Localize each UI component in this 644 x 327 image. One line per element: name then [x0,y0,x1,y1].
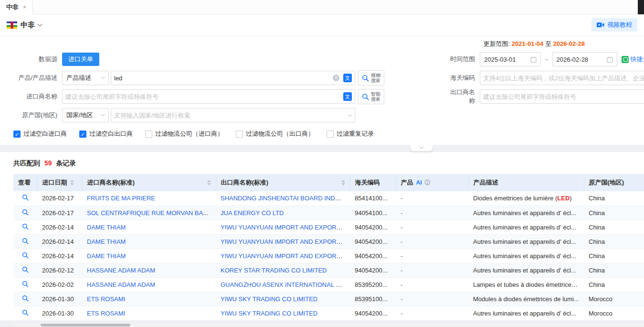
checkbox[interactable]: ✓ [79,131,86,138]
importer-link[interactable]: HASSANE ADAM ADAM [87,267,155,274]
origin-country-input[interactable] [114,109,348,121]
tab-close-icon[interactable]: × [23,4,26,11]
sort-icon[interactable] [70,180,74,185]
view-magnifier-icon[interactable] [22,309,29,316]
exporter-link[interactable]: YIWU SKY TRADING CO LIMITED [221,295,317,303]
exporter-name-input[interactable] [483,90,644,103]
origin-country-label: 原产国(地区) [0,111,62,120]
product-desc-cell: Lampes et tubes à diodes émettrices... [468,277,584,292]
view-cell[interactable] [13,249,37,263]
view-cell[interactable] [13,234,37,249]
importer-link[interactable]: ETS ROSAMI [87,295,125,303]
exporter-link[interactable]: KOREY STAR TRADING CO LIMITED [221,267,327,274]
country-selector[interactable]: 中非 [7,21,42,30]
filter-checkbox-item[interactable]: ✓ 过滤空白出口商 [79,130,133,138]
view-magnifier-icon[interactable] [22,295,29,302]
filter-label: 过滤物流公司（进口商） [155,130,223,138]
col-import-date[interactable]: 进口日期 [37,174,82,191]
quick-select-label: 快捷选择 [631,55,644,64]
col-exporter[interactable]: 出口商名称(标准) [216,174,350,191]
data-source-import-declaration-button[interactable]: 进口关单 [62,53,99,66]
view-magnifier-icon[interactable] [22,281,29,287]
horizontal-scrollbar[interactable] [13,323,644,327]
collapse-panel-toggle[interactable] [411,145,433,151]
table-row: 2026-01-30 ETS ROSAMI YIWU SKY TRADING C… [13,306,644,320]
update-range-label: 更新范围: [484,40,510,47]
product-desc-cell: Modules à diodes émettrices de lumi... [468,292,584,306]
filter-checkbox-item[interactable]: 过滤重复记录 [327,130,374,138]
product-type-select[interactable]: 产品描述 [62,71,109,85]
fuzzy-search-button[interactable]: 模糊 搜索 [358,70,384,86]
view-cell[interactable] [13,292,37,306]
update-range: 更新范围: 2021-01-04 至 2026-02-28 [0,40,644,48]
view-cell[interactable] [13,191,37,206]
translate-icon[interactable]: 文 [343,74,352,82]
filter-checkbox-item[interactable]: 过滤物流公司（出口商） [236,130,314,138]
update-range-from: 2021-01-04 [512,40,544,47]
exporter-link[interactable]: YIWU YUANYUAN IMPORT AND EXPORT C... [221,238,350,245]
hs-code-input[interactable] [483,72,644,84]
checkbox[interactable] [327,131,334,138]
view-cell[interactable] [13,263,37,277]
importer-link[interactable]: SOL CENTRAFRIQUE RUE MORVAN BAT OF... [87,209,216,217]
checkbox[interactable]: ✓ [13,131,21,138]
importer-link[interactable]: DAME THIAM [87,238,126,245]
scrollbar-thumb[interactable] [41,324,130,327]
origin-input-wrap [111,108,355,122]
view-magnifier-icon[interactable] [22,209,29,216]
end-date-input[interactable]: 2026-02-28 [552,52,617,66]
tab-central-africa[interactable]: 中非 × [0,0,33,14]
view-cell[interactable] [13,206,37,220]
exporter-link[interactable]: SHANDONG JINSHENGTAI BOARD INDUST... [221,195,350,202]
quick-select-link[interactable]: 快捷选择 [622,55,644,64]
product-desc-cell: Autres luminaires et appareils d' écl... [468,220,584,234]
importer-name-input[interactable] [65,90,341,103]
importer-link[interactable]: DAME THIAM [87,224,126,231]
exporter-cell: KOREY STAR TRADING CO LIMITED [216,263,350,277]
importer-link[interactable]: HASSANE ADAM ADAM [87,281,155,288]
table-row: 2026-02-02 HASSANE ADAM ADAM GUANGZHOU A… [13,277,644,292]
import-date-cell: 2026-02-14 [37,249,82,263]
info-icon[interactable]: ⓘ [425,179,431,187]
smart-search-button[interactable]: 智能 搜索 [358,89,384,104]
translate-icon[interactable]: 文 [343,92,352,101]
view-cell[interactable] [13,306,37,320]
clear-icon[interactable]: × [333,75,339,81]
filter-checkbox-item[interactable]: 过滤物流公司（进口商） [145,130,223,138]
exporter-link[interactable]: YIWU YUANYUAN IMPORT AND EXPORT C... [221,252,350,260]
start-date-value: 2025-03-01 [484,56,516,63]
view-magnifier-icon[interactable] [22,238,29,244]
product-search-input[interactable] [114,72,331,84]
view-cell[interactable] [13,220,37,234]
exporter-link[interactable]: GUANGZHOU ASENX INTERNATIONAL CO ... [221,281,350,288]
product-cell: - [396,191,468,206]
filter-checkbox-item[interactable]: ✓ 过滤空白进口商 [13,130,67,138]
col-importer[interactable]: 进口商名称(标准) [82,174,216,191]
hs-code-cell: 94054200... [350,220,396,234]
checkbox[interactable] [236,131,243,138]
importer-link[interactable]: ETS ROSAMI [87,310,125,317]
sort-icon[interactable] [341,180,345,185]
origin-cell: China [584,277,644,292]
checkbox[interactable] [145,131,152,138]
import-date-cell: 2026-02-14 [37,220,82,234]
sort-icon[interactable] [207,180,211,185]
exporter-link[interactable]: JUA ENERGY CO LTD [221,209,284,217]
product-input-wrap: × 文 [111,71,355,85]
browser-tab-bar: 中非 × [0,0,644,14]
hs-code-cell: 94054200... [350,249,396,263]
view-magnifier-icon[interactable] [22,223,29,230]
video-tutorial-button[interactable]: 视频教程 [591,18,637,32]
view-magnifier-icon[interactable] [22,266,29,273]
exporter-link[interactable]: YIWU SKY TRADING CO LIMITED [221,310,317,317]
importer-cell: ETS ROSAMI [82,306,216,320]
view-magnifier-icon[interactable] [22,194,29,201]
importer-cell: HASSANE ADAM ADAM [82,277,216,292]
importer-link[interactable]: DAME THIAM [87,252,126,260]
origin-type-select[interactable]: 国家/地区 [62,108,109,122]
start-date-input[interactable]: 2025-03-01 [480,52,541,66]
importer-link[interactable]: FRUITS DE MA PRIERE [87,195,155,202]
exporter-link[interactable]: YIWU YUANYUAN IMPORT AND EXPORT C... [221,224,350,231]
view-cell[interactable] [13,277,37,292]
view-magnifier-icon[interactable] [22,252,29,259]
